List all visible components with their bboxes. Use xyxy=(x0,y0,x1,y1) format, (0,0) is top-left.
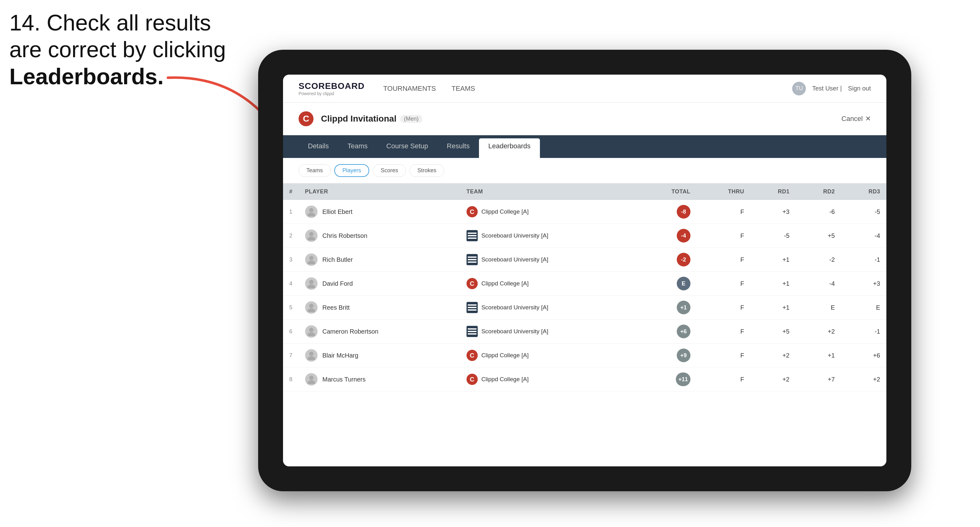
player-name: Rich Butler xyxy=(323,256,353,264)
cancel-button[interactable]: Cancel ✕ xyxy=(842,115,871,123)
team-name: Clippd College [A] xyxy=(482,352,529,359)
table-row: 8 Marcus Turners C Clippd College [A] +1… xyxy=(283,368,886,391)
cell-rd2: -2 xyxy=(795,248,841,272)
cell-rd1: -5 xyxy=(751,224,796,248)
cell-team: Scoreboard University [A] xyxy=(460,248,638,272)
svg-point-2 xyxy=(308,213,315,216)
main-content: C Clippd Invitational (Men) Cancel ✕ Det… xyxy=(283,103,886,467)
team-icon-scoreboard xyxy=(466,230,478,241)
cell-rd1: +2 xyxy=(751,368,796,391)
svg-rect-5 xyxy=(468,233,476,234)
tab-results[interactable]: Results xyxy=(438,135,479,158)
instruction-line3: Leaderboards. xyxy=(10,64,164,89)
filter-teams[interactable]: Teams xyxy=(299,164,331,177)
table-row: 5 Rees Britt Scoreboard University [A] +… xyxy=(283,296,886,320)
svg-point-21 xyxy=(308,332,315,336)
team-icon-scoreboard xyxy=(466,326,478,337)
cell-player: Chris Robertson xyxy=(299,224,460,248)
tab-course-setup[interactable]: Course Setup xyxy=(377,135,438,158)
cell-player: Blair McHarg xyxy=(299,344,460,368)
player-name: Cameron Robertson xyxy=(323,328,379,335)
cell-team: C Clippd College [A] xyxy=(460,368,638,391)
team-name: Scoreboard University [A] xyxy=(482,304,548,311)
tournament-icon: C xyxy=(299,111,313,126)
cell-rank: 2 xyxy=(283,224,299,248)
filter-strokes[interactable]: Strokes xyxy=(410,164,444,177)
svg-rect-11 xyxy=(468,259,476,260)
svg-point-14 xyxy=(308,284,315,288)
close-icon: ✕ xyxy=(865,115,871,123)
cell-rd1: +1 xyxy=(751,248,796,272)
col-rd3: RD3 xyxy=(841,183,886,200)
score-badge: +6 xyxy=(677,325,690,338)
player-name: Chris Robertson xyxy=(323,232,368,240)
nav-tournaments[interactable]: TOURNAMENTS xyxy=(383,83,436,94)
cell-thru: F xyxy=(697,272,751,296)
cell-team: Scoreboard University [A] xyxy=(460,296,638,320)
cell-rd2: +2 xyxy=(795,320,841,344)
team-icon-scoreboard xyxy=(466,302,478,313)
nav-right: TU Test User | Sign out xyxy=(792,82,871,95)
nav-teams[interactable]: TEAMS xyxy=(452,83,475,94)
user-avatar: TU xyxy=(792,82,806,95)
cell-rd2: E xyxy=(795,296,841,320)
team-icon-clippd: C xyxy=(466,206,478,217)
svg-point-25 xyxy=(309,352,313,356)
svg-rect-6 xyxy=(468,235,476,236)
sign-out-link[interactable]: Sign out xyxy=(848,85,871,92)
cell-rd1: +1 xyxy=(751,296,796,320)
cell-rd3: -5 xyxy=(841,200,886,224)
filter-players[interactable]: Players xyxy=(334,164,369,177)
score-badge: +1 xyxy=(677,301,690,314)
tab-teams[interactable]: Teams xyxy=(338,135,377,158)
cell-team: Scoreboard University [A] xyxy=(460,320,638,344)
col-team: TEAM xyxy=(460,183,638,200)
tournament-badge: (Men) xyxy=(400,115,422,123)
cell-rank: 3 xyxy=(283,248,299,272)
svg-point-13 xyxy=(309,280,313,284)
svg-rect-23 xyxy=(468,331,476,332)
cell-thru: F xyxy=(697,320,751,344)
cell-rank: 5 xyxy=(283,296,299,320)
player-avatar xyxy=(305,349,318,362)
nav-links: TOURNAMENTS TEAMS xyxy=(383,83,792,94)
leaderboard-table-container: # PLAYER TEAM TOTAL THRU RD1 RD2 RD3 1 xyxy=(283,183,886,467)
cell-team: C Clippd College [A] xyxy=(460,344,638,368)
col-rank: # xyxy=(283,183,299,200)
cell-player: Elliot Ebert xyxy=(299,200,460,224)
cell-rd2: -4 xyxy=(795,272,841,296)
svg-rect-22 xyxy=(468,328,476,330)
player-name: Blair McHarg xyxy=(323,352,359,359)
svg-rect-10 xyxy=(468,257,476,258)
table-row: 4 David Ford C Clippd College [A] EF+1-4… xyxy=(283,272,886,296)
player-avatar xyxy=(305,205,318,218)
svg-point-4 xyxy=(308,237,315,240)
cell-rd2: +5 xyxy=(795,224,841,248)
svg-point-9 xyxy=(308,260,315,264)
filter-bar: Teams Players Scores Strokes xyxy=(283,158,886,183)
tab-details[interactable]: Details xyxy=(299,135,338,158)
team-name: Clippd College [A] xyxy=(482,376,529,383)
svg-rect-7 xyxy=(468,238,476,239)
logo-text: SCOREBOARD xyxy=(299,81,364,91)
cell-rd2: +7 xyxy=(795,368,841,391)
logo-area: SCOREBOARD Powered by clippd xyxy=(299,81,364,96)
team-icon-scoreboard xyxy=(466,254,478,265)
cell-rd3: E xyxy=(841,296,886,320)
player-avatar xyxy=(305,253,318,266)
score-badge: -2 xyxy=(677,253,690,267)
svg-rect-12 xyxy=(468,262,476,263)
score-badge: -4 xyxy=(677,229,690,243)
player-name: Rees Britt xyxy=(323,304,350,311)
cell-rd2: -6 xyxy=(795,200,841,224)
instruction-text: 14. Check all results are correct by cli… xyxy=(10,10,226,90)
cell-total: -8 xyxy=(638,200,697,224)
team-icon-clippd: C xyxy=(466,350,478,361)
table-row: 7 Blair McHarg C Clippd College [A] +9F+… xyxy=(283,344,886,368)
tab-leaderboards[interactable]: Leaderboards xyxy=(479,138,540,158)
cell-rd1: +5 xyxy=(751,320,796,344)
svg-rect-19 xyxy=(468,310,476,311)
cell-total: E xyxy=(638,272,697,296)
svg-point-1 xyxy=(309,208,313,212)
filter-scores[interactable]: Scores xyxy=(373,164,406,177)
